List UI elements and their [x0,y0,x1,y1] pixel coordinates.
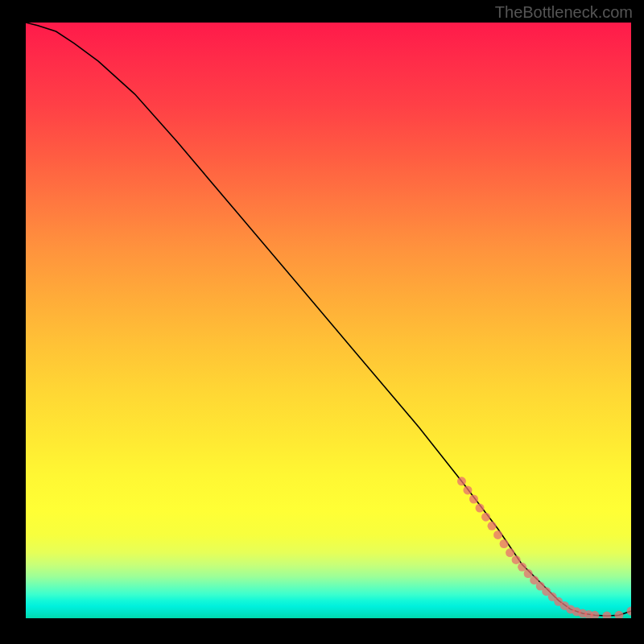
data-point [614,611,623,618]
scatter-points [457,477,631,618]
plot-area [26,23,631,618]
chart-svg [26,23,631,618]
data-point [481,513,490,522]
data-point [488,522,497,530]
data-point [518,563,526,572]
data-point [602,612,611,618]
data-point [627,607,632,616]
data-point [512,555,521,564]
data-point [469,495,478,504]
data-point [457,477,466,485]
bottleneck-curve [26,23,631,616]
data-point [506,548,514,557]
curve-line [26,23,631,616]
chart-container: TheBottleneck.com [0,0,644,644]
watermark-text: TheBottleneck.com [495,3,633,22]
data-point [500,539,509,548]
data-point [476,504,485,513]
data-point [493,530,502,539]
data-point [524,569,533,578]
data-point [463,485,472,494]
